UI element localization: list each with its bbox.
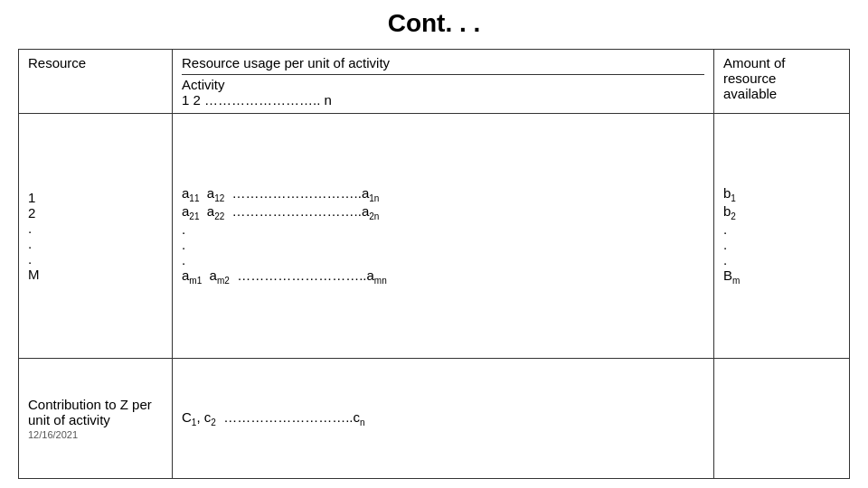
contrib-row: Contribution to Z per unit of activity 1… bbox=[19, 358, 850, 478]
contrib-amount bbox=[714, 358, 850, 478]
resource-list: 12...M bbox=[19, 114, 173, 359]
resource-header: Resource bbox=[19, 50, 173, 114]
date-label: 12/16/2021 bbox=[28, 429, 163, 440]
page-title: Cont. . . bbox=[18, 9, 850, 38]
contrib-label: Contribution to Z per unit of activity 1… bbox=[19, 358, 173, 478]
data-row: 12...M a11 a12 ………………………..a1n a21 a22 ……… bbox=[19, 114, 850, 359]
contrib-values: C1, c2 ………………………..cn bbox=[173, 358, 714, 478]
usage-label: Resource usage per unit of activity bbox=[182, 55, 704, 75]
activity-label: Activity bbox=[182, 77, 704, 92]
activity-range: 1 2 …………………….. n bbox=[182, 92, 704, 108]
usage-list: a11 a12 ………………………..a1n a21 a22 ………………………… bbox=[173, 114, 714, 359]
main-table: Resource Resource usage per unit of acti… bbox=[18, 49, 850, 479]
amount-header: Amount of resource available bbox=[714, 50, 850, 114]
usage-header: Resource usage per unit of activity Acti… bbox=[173, 50, 714, 114]
amount-list: b1b2...Bm bbox=[714, 114, 850, 359]
